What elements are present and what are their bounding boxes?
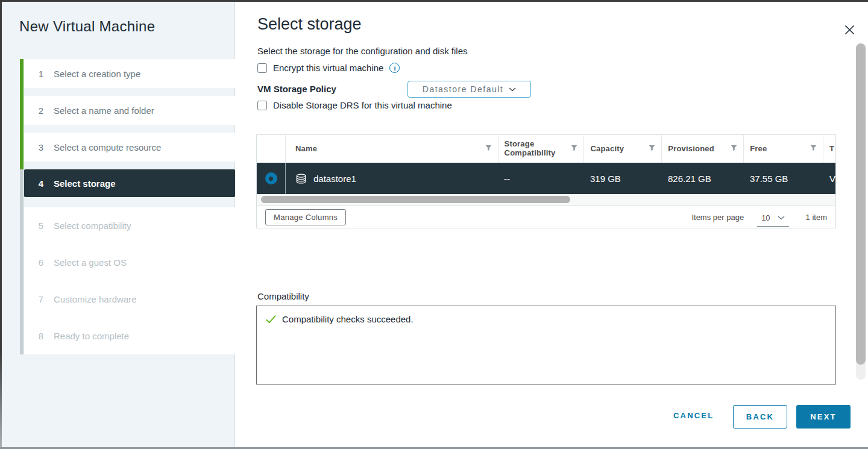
step-label: Customize hardware	[54, 294, 137, 304]
dialog-vertical-scrollbar[interactable]	[856, 43, 866, 380]
radio-selected-icon[interactable]	[265, 172, 277, 184]
drs-option-row: Disable Storage DRS for this virtual mac…	[257, 100, 452, 110]
datastore-icon	[295, 174, 307, 184]
row-provisioned: 826.21 GB	[662, 163, 744, 194]
step-number: 4	[36, 178, 46, 189]
compatibility-message: Compatibility checks succeeded.	[282, 314, 414, 324]
step-ready-to-complete: 8 Ready to complete	[24, 318, 235, 354]
row-capacity: 319 GB	[584, 163, 662, 194]
page-subtitle: Select the storage for the configuration…	[257, 46, 468, 56]
filter-icon[interactable]	[567, 145, 577, 154]
chevron-down-icon	[778, 216, 785, 220]
disable-drs-checkbox-label: Disable Storage DRS for this virtual mac…	[273, 100, 452, 110]
storage-policy-dropdown[interactable]: Datastore Default	[407, 81, 531, 98]
back-button[interactable]: BACK	[733, 405, 787, 429]
next-button[interactable]: NEXT	[796, 405, 851, 429]
filter-icon[interactable]	[645, 145, 655, 154]
datastore-row-selected[interactable]: datastore1 -- 319 GB 826.21 GB 37.55 GB …	[257, 163, 835, 194]
disable-drs-checkbox[interactable]	[257, 101, 267, 110]
step-label: Ready to complete	[54, 331, 129, 341]
step-label: Select a compute resource	[54, 142, 161, 152]
filter-icon[interactable]	[727, 145, 737, 154]
step-label: Select storage	[54, 178, 116, 189]
step-label: Select a name and folder	[54, 105, 154, 116]
compatibility-box: Compatibility checks succeeded.	[256, 306, 836, 385]
vertical-scrollbar-thumb[interactable]	[856, 43, 866, 365]
items-per-page-value: 10	[761, 213, 770, 222]
table-footer: Manage Columns Items per page 10 1 item	[257, 206, 835, 228]
step-number: 6	[36, 257, 46, 268]
step-select-name-folder[interactable]: 2 Select a name and folder	[24, 96, 235, 125]
column-header-type-cutoff[interactable]: T	[823, 135, 835, 163]
step-number: 3	[36, 142, 46, 152]
datastore-table: Name Storage Compatibility Capacity Prov…	[256, 134, 836, 228]
manage-columns-button[interactable]: Manage Columns	[265, 209, 346, 225]
step-customize-hardware: 7 Customize hardware	[24, 281, 235, 318]
column-header-capacity[interactable]: Capacity	[583, 135, 661, 163]
cancel-button[interactable]: CANCEL	[673, 411, 714, 420]
chevron-down-icon	[509, 87, 516, 92]
filter-icon[interactable]	[482, 145, 492, 154]
step-number: 2	[36, 105, 46, 116]
progress-rail-remaining	[20, 169, 24, 354]
selection-column-header	[257, 135, 285, 163]
encrypt-checkbox[interactable]	[257, 63, 267, 73]
item-count: 1 item	[806, 213, 827, 222]
encrypt-checkbox-label: Encrypt this virtual machine	[273, 63, 383, 73]
items-per-page-select[interactable]: 10	[757, 212, 788, 227]
wizard-steps-list: 1 Select a creation type 2 Select a name…	[24, 59, 235, 354]
table-header-row: Name Storage Compatibility Capacity Prov…	[257, 135, 835, 163]
datastore-name: datastore1	[313, 174, 356, 184]
row-free: 37.55 GB	[744, 163, 823, 194]
vm-storage-policy-label: VM Storage Policy	[257, 84, 336, 94]
row-storage-compatibility: --	[498, 163, 584, 194]
step-number: 8	[36, 331, 46, 341]
column-header-name[interactable]: Name	[285, 135, 498, 163]
dialog-top-edge	[0, 0, 868, 2]
storage-policy-value: Datastore Default	[423, 84, 503, 94]
step-select-compute-resource[interactable]: 3 Select a compute resource	[24, 133, 235, 162]
close-icon	[844, 25, 855, 35]
close-button[interactable]	[843, 23, 856, 36]
table-horizontal-scrollbar[interactable]	[257, 194, 835, 206]
items-per-page-label: Items per page	[691, 213, 744, 222]
row-name-cell: datastore1	[285, 163, 498, 194]
encrypt-option-row: Encrypt this virtual machine i	[257, 63, 400, 73]
dialog-title: New Virtual Machine	[19, 18, 155, 35]
step-label: Select compatibility	[54, 221, 131, 231]
row-radio-cell	[257, 163, 285, 194]
step-number: 5	[36, 221, 46, 231]
step-number: 1	[36, 69, 46, 79]
wizard-sidebar: New Virtual Machine 1 Select a creation …	[0, 0, 235, 449]
column-header-storage-compatibility[interactable]: Storage Compatibility	[498, 135, 584, 163]
new-vm-wizard-dialog: New Virtual Machine 1 Select a creation …	[0, 0, 868, 449]
success-check-icon	[265, 314, 277, 324]
step-select-creation-type[interactable]: 1 Select a creation type	[24, 59, 235, 88]
horizontal-scrollbar-thumb[interactable]	[261, 196, 570, 203]
column-header-free[interactable]: Free	[743, 135, 823, 163]
compatibility-message-row: Compatibility checks succeeded.	[257, 306, 835, 324]
step-select-storage-active[interactable]: 4 Select storage	[24, 169, 235, 197]
progress-rail-completed	[20, 59, 24, 169]
info-icon[interactable]: i	[389, 63, 400, 73]
step-select-guest-os: 6 Select a guest OS	[24, 244, 235, 281]
step-number: 7	[36, 294, 46, 304]
step-label: Select a creation type	[54, 69, 140, 79]
page-title: Select storage	[257, 15, 362, 34]
step-label: Select a guest OS	[54, 257, 127, 268]
step-select-compatibility: 5 Select compatibility	[24, 207, 235, 244]
compatibility-section-label: Compatibility	[257, 291, 309, 301]
row-type-cutoff: V	[823, 163, 835, 194]
dialog-left-edge	[0, 0, 2, 449]
filter-icon[interactable]	[807, 145, 817, 154]
column-header-provisioned[interactable]: Provisioned	[661, 135, 743, 163]
